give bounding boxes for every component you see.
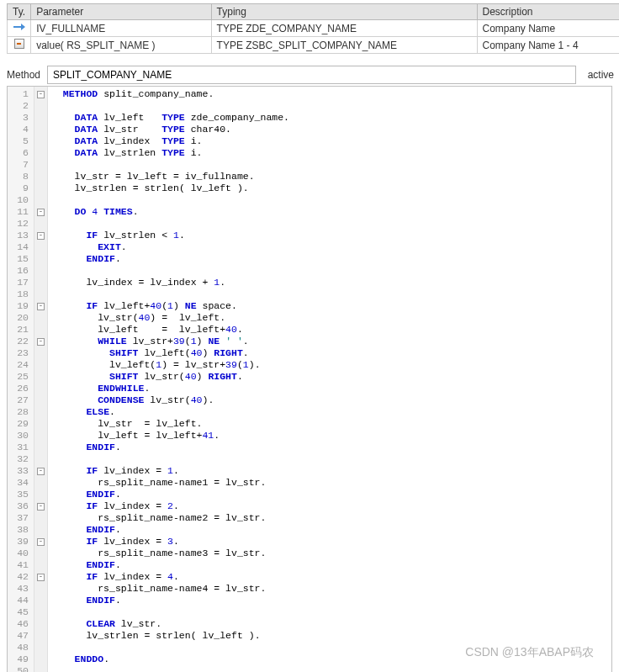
code-line[interactable]: lv_left(1) = lv_str+39(1). — [51, 359, 608, 371]
code-line[interactable]: SHIFT lv_str(40) RIGHT. — [51, 371, 608, 383]
fold-toggle[interactable]: - — [37, 91, 45, 98]
code-line[interactable]: lv_index = lv_index + 1. — [51, 277, 608, 288]
code-line[interactable] — [51, 218, 608, 230]
code-line[interactable]: IF lv_left+40(1) NE space. — [51, 300, 608, 312]
fold-toggle[interactable]: - — [37, 232, 45, 240]
param-desc: Company Name — [477, 20, 619, 37]
code-line[interactable]: CLEAR lv_str. — [51, 618, 608, 630]
code-line[interactable]: ENDDO. — [51, 653, 608, 665]
code-line[interactable]: ELSE. — [51, 406, 608, 418]
code-line[interactable]: rs_split_name-name2 = lv_str. — [51, 512, 608, 524]
code-line[interactable]: ENDIF. — [51, 595, 608, 606]
param-name: IV_FULLNAME — [31, 20, 211, 37]
col-description: Description — [477, 4, 619, 20]
return-icon — [14, 39, 24, 49]
fold-toggle[interactable]: - — [37, 574, 45, 581]
code-line[interactable]: WHILE lv_str+39(1) NE ' '. — [51, 336, 608, 347]
code-line[interactable]: rs_split_name-name1 = lv_str. — [51, 477, 608, 489]
code-area[interactable]: METHOD split_company_name. DATA lv_left … — [48, 87, 611, 672]
code-line[interactable]: IF lv_index = 2. — [51, 500, 608, 512]
col-parameter: Parameter — [31, 4, 211, 20]
fold-toggle[interactable]: - — [37, 338, 45, 346]
code-line[interactable]: DATA lv_index TYPE i. — [51, 135, 608, 147]
fold-gutter[interactable]: --------- — [34, 87, 48, 672]
col-type: Ty. — [8, 4, 31, 20]
method-bar: Method active — [7, 66, 619, 84]
code-line[interactable]: DATA lv_strlen TYPE i. — [51, 147, 608, 159]
code-line[interactable]: IF lv_index = 3. — [51, 536, 608, 548]
code-line[interactable] — [51, 194, 608, 206]
param-name: value( RS_SPLIT_NAME ) — [31, 37, 211, 54]
code-line[interactable]: rs_split_name-name3 = lv_str. — [51, 548, 608, 559]
code-line[interactable]: lv_str = lv_left = iv_fullname. — [51, 171, 608, 183]
code-line[interactable]: ENDIF. — [51, 489, 608, 500]
param-typing: TYPE ZSBC_SPLIT_COMPANY_NAME — [211, 37, 477, 54]
status-active: active — [583, 69, 619, 81]
code-line[interactable]: lv_left = lv_left+41. — [51, 430, 608, 442]
fold-toggle[interactable]: - — [37, 209, 45, 216]
code-line[interactable]: lv_left = lv_left+40. — [51, 324, 608, 336]
col-typing: Typing — [211, 4, 477, 20]
code-line[interactable]: DO 4 TIMES. — [51, 206, 608, 218]
code-line[interactable] — [51, 100, 608, 112]
code-line[interactable]: ENDIF. — [51, 559, 608, 571]
code-line[interactable] — [51, 606, 608, 618]
fold-toggle[interactable]: - — [37, 538, 45, 546]
table-row[interactable]: IV_FULLNAME TYPE ZDE_COMPANY_NAME Compan… — [8, 20, 620, 37]
code-line[interactable]: ENDIF. — [51, 442, 608, 453]
code-line[interactable] — [51, 665, 608, 672]
code-line[interactable]: EXIT. — [51, 241, 608, 253]
code-line[interactable]: lv_strlen = strlen( lv_left ). — [51, 183, 608, 194]
code-line[interactable]: ENDWHILE. — [51, 383, 608, 394]
code-line[interactable]: IF lv_strlen < 1. — [51, 230, 608, 241]
code-line[interactable]: ENDIF. — [51, 253, 608, 265]
code-line[interactable]: lv_str = lv_left. — [51, 418, 608, 430]
code-line[interactable] — [51, 453, 608, 465]
code-line[interactable]: METHOD split_company_name. — [51, 88, 608, 100]
code-line[interactable]: ENDIF. — [51, 524, 608, 536]
param-desc: Company Name 1 - 4 — [477, 37, 619, 54]
code-editor[interactable]: 1234567891011121314151617181920212223242… — [7, 86, 612, 672]
code-line[interactable]: CONDENSE lv_str(40). — [51, 394, 608, 406]
method-label: Method — [7, 69, 40, 81]
import-icon — [13, 22, 25, 32]
fold-toggle[interactable]: - — [37, 503, 45, 511]
code-line[interactable] — [51, 159, 608, 171]
code-line[interactable]: lv_str(40) = lv_left. — [51, 312, 608, 324]
code-line[interactable]: DATA lv_left TYPE zde_company_name. — [51, 112, 608, 124]
code-line[interactable]: IF lv_index = 1. — [51, 465, 608, 477]
code-line[interactable]: lv_strlen = strlen( lv_left ). — [51, 630, 608, 642]
code-line[interactable] — [51, 288, 608, 300]
table-row[interactable]: value( RS_SPLIT_NAME ) TYPE ZSBC_SPLIT_C… — [8, 37, 620, 54]
fold-toggle[interactable]: - — [37, 303, 45, 310]
line-number-gutter: 1234567891011121314151617181920212223242… — [8, 87, 34, 672]
param-typing: TYPE ZDE_COMPANY_NAME — [211, 20, 477, 37]
method-name-input[interactable] — [47, 66, 576, 84]
code-line[interactable]: SHIFT lv_left(40) RIGHT. — [51, 347, 608, 359]
code-line[interactable]: IF lv_index = 4. — [51, 571, 608, 583]
code-line[interactable]: DATA lv_str TYPE char40. — [51, 124, 608, 135]
code-line[interactable]: rs_split_name-name4 = lv_str. — [51, 583, 608, 595]
code-line[interactable] — [51, 642, 608, 653]
parameters-table: Ty. Parameter Typing Description IV_FULL… — [7, 3, 619, 54]
fold-toggle[interactable]: - — [37, 468, 45, 475]
code-line[interactable] — [51, 265, 608, 277]
